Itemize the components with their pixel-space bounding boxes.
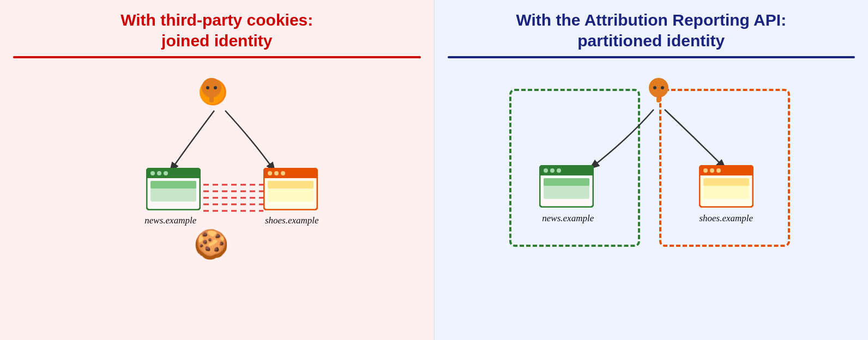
svg-point-34 bbox=[557, 168, 561, 173]
svg-rect-24 bbox=[268, 181, 314, 189]
left-title-line2: joined identity bbox=[161, 32, 272, 50]
svg-point-40 bbox=[703, 168, 708, 173]
left-cookie-icon: 🍪 bbox=[194, 228, 229, 261]
svg-point-25 bbox=[649, 78, 668, 98]
svg-rect-8 bbox=[209, 97, 214, 102]
right-divider bbox=[448, 56, 855, 58]
left-panel: With third-party cookies: joined identit… bbox=[0, 0, 435, 340]
left-diagram: 🟠 bbox=[86, 72, 348, 280]
right-person-icon bbox=[644, 77, 673, 105]
svg-rect-28 bbox=[656, 97, 661, 102]
left-title-line1: With third-party cookies: bbox=[120, 11, 313, 29]
svg-point-27 bbox=[661, 86, 664, 89]
right-panel-title: With the Attribution Reporting API: part… bbox=[448, 10, 855, 51]
svg-point-22 bbox=[281, 171, 285, 175]
right-browser-news bbox=[539, 165, 594, 208]
svg-point-33 bbox=[550, 168, 554, 173]
svg-point-21 bbox=[274, 171, 279, 175]
right-title-line2: partitioned identity bbox=[577, 32, 725, 50]
svg-rect-44 bbox=[703, 178, 749, 186]
left-person-icon bbox=[197, 77, 226, 105]
svg-point-13 bbox=[157, 171, 161, 175]
right-site1-label: news.example bbox=[526, 213, 610, 224]
svg-point-6 bbox=[206, 86, 209, 89]
left-browser-news bbox=[146, 168, 201, 210]
left-panel-title: With third-party cookies: joined identit… bbox=[13, 10, 421, 51]
left-divider bbox=[13, 56, 421, 58]
left-site2-label: shoes.example bbox=[250, 215, 334, 226]
right-site2-label: shoes.example bbox=[684, 213, 768, 224]
svg-point-7 bbox=[214, 86, 217, 89]
left-browser-shoes bbox=[263, 168, 318, 210]
svg-point-5 bbox=[202, 78, 221, 98]
right-title-line1: With the Attribution Reporting API: bbox=[516, 11, 786, 29]
svg-point-20 bbox=[268, 171, 272, 175]
svg-rect-16 bbox=[150, 181, 196, 189]
right-panel: With the Attribution Reporting API: part… bbox=[435, 0, 869, 340]
svg-point-32 bbox=[544, 168, 548, 173]
svg-point-41 bbox=[710, 168, 714, 173]
right-diagram: news.example shoes.example bbox=[498, 72, 804, 280]
svg-point-42 bbox=[716, 168, 721, 173]
svg-point-12 bbox=[150, 171, 155, 175]
left-site1-label: news.example bbox=[132, 215, 209, 226]
svg-point-26 bbox=[653, 86, 656, 89]
svg-point-14 bbox=[164, 171, 168, 175]
left-diagram-area: 🟠 bbox=[13, 67, 421, 329]
right-diagram-area: news.example shoes.example bbox=[448, 67, 855, 329]
right-browser-shoes bbox=[699, 165, 754, 208]
svg-rect-36 bbox=[544, 178, 589, 186]
